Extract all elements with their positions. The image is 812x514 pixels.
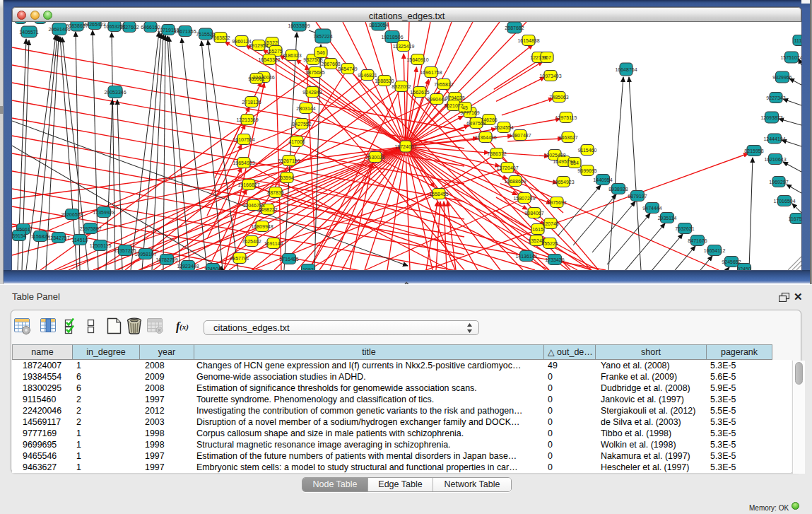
svg-text:12505115: 12505115	[90, 243, 112, 248]
svg-text:6497568: 6497568	[466, 121, 486, 126]
svg-text:4498222: 4498222	[258, 207, 277, 212]
svg-text:16210643: 16210643	[764, 157, 786, 162]
svg-text:(x): (x)	[180, 322, 189, 332]
svg-text:967: 967	[543, 55, 551, 60]
svg-text:9084067: 9084067	[524, 211, 543, 216]
svg-text:1092: 1092	[302, 267, 314, 271]
svg-text:8454749: 8454749	[338, 66, 357, 71]
svg-text:92450: 92450	[737, 267, 751, 271]
svg-text:8938928: 8938928	[608, 187, 628, 192]
svg-text:35061: 35061	[16, 227, 30, 232]
svg-text:19654933: 19654933	[233, 160, 254, 165]
svg-text:1691144: 1691144	[264, 241, 283, 246]
svg-text:16671355: 16671355	[174, 29, 196, 34]
svg-text:16033809: 16033809	[288, 23, 310, 28]
svg-text:12093873: 12093873	[760, 115, 782, 120]
svg-text:10433218: 10433218	[12, 22, 32, 23]
svg-text:40265423: 40265423	[83, 22, 105, 27]
svg-text:8215958: 8215958	[744, 148, 763, 153]
svg-text:9699695: 9699695	[577, 168, 596, 173]
svg-text:8322032: 8322032	[392, 84, 411, 89]
svg-text:924504: 924504	[204, 267, 220, 271]
svg-text:7632621: 7632621	[675, 226, 694, 231]
svg-text:7485063: 7485063	[549, 95, 568, 100]
svg-text:19654923: 19654923	[552, 180, 574, 185]
svg-text:10025438: 10025438	[543, 153, 565, 158]
svg-text:55275: 55275	[269, 49, 283, 54]
svg-text:55267150: 55267150	[278, 158, 300, 163]
svg-text:10654112: 10654112	[704, 248, 726, 253]
svg-text:1733426: 1733426	[545, 257, 564, 262]
svg-text:10688609: 10688609	[504, 179, 526, 184]
svg-text:9600133: 9600133	[30, 22, 49, 23]
svg-text:9146821: 9146821	[358, 73, 377, 78]
svg-text:19218506: 19218506	[381, 35, 403, 40]
svg-text:1562615: 1562615	[410, 90, 429, 95]
svg-text:1615: 1615	[532, 227, 543, 232]
svg-text:16543382: 16543382	[258, 57, 280, 62]
svg-text:8990448: 8990448	[427, 97, 446, 102]
svg-text:3875685: 3875685	[305, 70, 324, 75]
svg-text:14136141: 14136141	[515, 254, 537, 259]
svg-text:255225: 255225	[541, 241, 558, 246]
svg-text:20206558: 20206558	[61, 212, 83, 217]
svg-text:45: 45	[462, 105, 468, 110]
svg-text:15640910: 15640910	[406, 57, 428, 62]
svg-text:1588520: 1588520	[375, 78, 394, 83]
svg-text:16154838: 16154838	[517, 38, 539, 43]
svg-text:10807487: 10807487	[509, 133, 531, 138]
svg-text:16648764: 16648764	[615, 67, 637, 72]
svg-text:1440954: 1440954	[593, 177, 612, 182]
svg-text:2530028: 2530028	[365, 155, 384, 160]
svg-text:12975115: 12975115	[555, 115, 577, 120]
svg-text:120746: 120746	[542, 221, 558, 226]
svg-text:17359928: 17359928	[93, 210, 114, 215]
svg-text:417006: 417006	[288, 139, 305, 144]
svg-text:8186323: 8186323	[282, 53, 301, 58]
svg-text:1405571: 1405571	[19, 30, 38, 35]
svg-text:7386372: 7386372	[487, 151, 506, 156]
svg-text:12444194: 12444194	[763, 136, 785, 141]
svg-text:13720407: 13720407	[496, 165, 518, 170]
svg-text:7857224: 7857224	[313, 34, 332, 39]
svg-text:10973493: 10973493	[539, 74, 561, 78]
svg-text:9227343: 9227343	[766, 95, 785, 100]
svg-text:9777169: 9777169	[460, 110, 479, 115]
svg-text:17357225: 17357225	[114, 248, 136, 253]
svg-text:1112: 1112	[794, 38, 801, 43]
svg-text:9327508: 9327508	[303, 57, 322, 62]
svg-text:9474444: 9474444	[642, 206, 661, 211]
svg-text:1527602: 1527602	[119, 25, 139, 30]
svg-text:16107554: 16107554	[233, 137, 254, 142]
svg-text:9857791: 9857791	[230, 256, 249, 261]
svg-text:3624554: 3624554	[494, 125, 513, 130]
svg-text:39154: 39154	[12, 233, 26, 238]
svg-text:8471676: 8471676	[688, 238, 707, 243]
svg-text:2803144: 2803144	[296, 106, 315, 111]
svg-text:989962: 989962	[248, 76, 264, 81]
svg-text:11325419: 11325419	[393, 44, 415, 49]
svg-text:1969297: 1969297	[769, 180, 788, 185]
svg-text:12923448: 12923448	[177, 264, 199, 269]
svg-text:8427552: 8427552	[292, 122, 311, 127]
svg-text:5716485: 5716485	[279, 257, 298, 262]
svg-text:6879197: 6879197	[628, 194, 647, 199]
svg-text:16961758: 16961758	[420, 70, 442, 75]
svg-text:1975692: 1975692	[547, 200, 566, 205]
svg-text:53594: 53594	[280, 175, 294, 180]
svg-text:16809948: 16809948	[251, 224, 273, 229]
svg-text:1621072: 1621072	[444, 103, 463, 108]
svg-text:9794028: 9794028	[445, 95, 464, 100]
svg-text:20053346: 20053346	[104, 90, 126, 95]
svg-text:5322: 5322	[266, 40, 278, 45]
svg-text:9242843: 9242843	[302, 90, 322, 95]
svg-text:546: 546	[317, 50, 325, 55]
svg-text:23975867: 23975867	[79, 226, 101, 231]
svg-text:884: 884	[570, 160, 579, 165]
svg-text:2935114: 2935114	[658, 216, 677, 221]
svg-text:21364436: 21364436	[474, 135, 496, 140]
svg-text:12213369: 12213369	[236, 117, 258, 122]
svg-text:15807249: 15807249	[513, 196, 535, 201]
svg-text:8813054: 8813054	[369, 23, 388, 28]
svg-text:19166827: 19166827	[237, 182, 259, 187]
